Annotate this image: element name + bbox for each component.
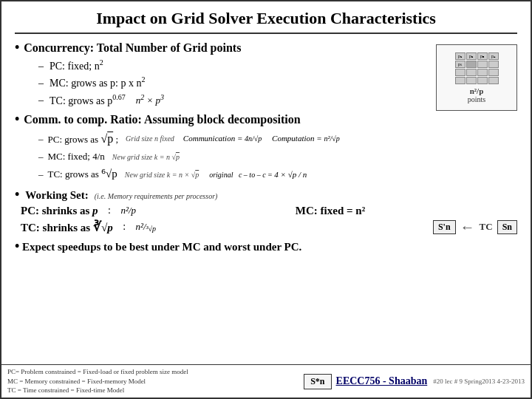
n2p-label: n²/p — [470, 86, 484, 95]
bullet-working-set: • Working Set: (i.e. Memory requirements… — [15, 187, 517, 236]
grid-label-2: New grid size k = n √p — [112, 151, 180, 163]
grid-label-1: Grid size n fixed — [126, 132, 174, 145]
comm-subs: – PC: grows as √p ; Grid size n fixed Co… — [38, 129, 517, 184]
bullet-comm: • Comm. to comp. Ratio: Assuming block d… — [15, 112, 517, 184]
ws-note: (i.e. Memory requirements per processor) — [95, 192, 218, 200]
grid-label-3: New grid size k = n × √p — [125, 168, 199, 181]
ws-rows: PC: shrinks as p : n²/p MC: fixed = n² T… — [15, 205, 517, 236]
bullet-dot-2: • — [15, 112, 19, 127]
ws-row-pc-mc: PC: shrinks as p : n²/p MC: fixed = n² — [21, 205, 517, 217]
footer-line1: PC= Problem constrained = Fixed-load or … — [7, 367, 299, 377]
comm-sub-pc: – PC: grows as √p ; Grid size n fixed Co… — [38, 129, 517, 149]
grid-visual: p₁ p₂ p₃ p₄ p₅ — [455, 52, 499, 84]
sn-badge: Sn — [497, 220, 517, 234]
points-label: points — [468, 95, 485, 103]
footer-sn-star: S*n — [304, 374, 331, 389]
bullet-dot-1: • — [15, 40, 19, 55]
comm-sub-tc: – TC: grows as ⁶√p New grid size k = n ×… — [38, 165, 517, 184]
expect-label: Expect speedups to be best under MC and … — [22, 241, 301, 253]
bullet-expect: • Expect speedups to be best under MC an… — [15, 239, 517, 254]
footer-line2: MC = Memory constrained = Fixed-memory M… — [7, 377, 299, 386]
comm-label: Comm. to comp. Ratio: Assuming block dec… — [24, 113, 300, 126]
footer-eecc: EECC756 - Shaaban — [336, 375, 428, 387]
footer: PC= Problem constrained = Fixed-load or … — [1, 364, 531, 398]
tc-label: TC — [480, 221, 493, 233]
slide-title: Impact on Grid Solver Execution Characte… — [15, 9, 517, 34]
footer-line3: TC = Time constrained = Fixed-time Model — [7, 386, 299, 395]
arrow-left-icon: ← — [460, 219, 475, 236]
sn-prime-badge: S'n — [433, 220, 456, 234]
ws-row-tc: TC: shrinks as ∛√p : n²/³√p S'n ← TC Sn — [21, 219, 517, 236]
concurrency-label: Concurrency: Total Number of Grid points — [24, 41, 241, 55]
comm-sub-mc: – MC: fixed; 4/n New grid size k = n √p — [38, 149, 517, 165]
slide: Impact on Grid Solver Execution Characte… — [0, 0, 532, 399]
ws-title: Working Set: — [25, 189, 88, 202]
footer-legend: PC= Problem constrained = Fixed-load or … — [7, 367, 299, 395]
footer-pageinfo: #20 lec # 9 Spring2013 4-23-2013 — [433, 378, 525, 385]
bullet-dot-3: • — [15, 187, 19, 202]
grid-diagram: p₁ p₂ p₃ p₄ p₅ n²/p points — [436, 44, 517, 111]
